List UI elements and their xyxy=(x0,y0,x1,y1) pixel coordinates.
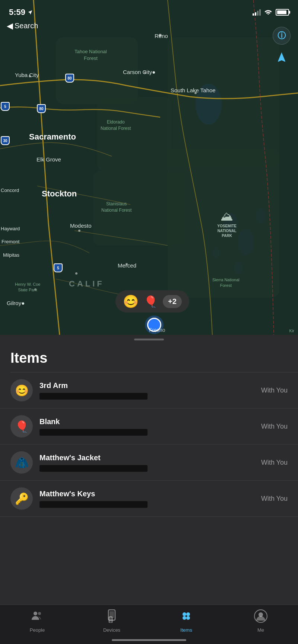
cluster-plus-count: +2 xyxy=(163,295,182,308)
item-subtitle-bar xyxy=(39,393,148,400)
item-content-blank: Blank xyxy=(39,417,254,436)
svg-point-20 xyxy=(34,288,37,291)
map-cluster-bubble[interactable]: 😊 🎈 +2 xyxy=(115,290,189,313)
item-name-keys: Matthew's Keys xyxy=(39,490,254,498)
drag-handle-bar xyxy=(134,339,164,340)
svg-point-18 xyxy=(78,230,80,232)
svg-rect-26 xyxy=(110,618,111,622)
tab-people-label: People xyxy=(30,627,45,633)
cluster-emoji-icon: 😊 xyxy=(123,294,139,309)
status-icons xyxy=(253,9,289,16)
cluster-balloon-icon: 🎈 xyxy=(144,295,158,308)
wifi-icon xyxy=(264,9,272,16)
item-subtitle-bar xyxy=(39,501,148,508)
balloon-icon: 🎈 xyxy=(15,420,29,433)
svg-point-14 xyxy=(144,71,146,74)
svg-point-19 xyxy=(126,263,128,265)
signal-icon xyxy=(253,9,261,16)
items-icon xyxy=(180,609,193,625)
svg-point-15 xyxy=(194,92,197,94)
interstate-5-shield-1: 5 xyxy=(0,101,10,112)
map-info-button[interactable]: ⓘ xyxy=(273,27,291,45)
svg-point-22 xyxy=(38,612,41,615)
map-location-button[interactable] xyxy=(273,48,291,66)
map-label-kir: Kir xyxy=(289,329,294,333)
interstate-80-shield-2: 80 xyxy=(36,103,47,114)
tab-people[interactable]: People xyxy=(0,609,74,633)
item-icon-jacket: 🧥 xyxy=(10,451,33,474)
interstate-80-shield-1: 80 xyxy=(64,73,75,83)
item-content-3rd-arm: 3rd Arm xyxy=(39,381,254,400)
location-arrow-icon xyxy=(276,51,288,63)
people-icon xyxy=(31,609,44,625)
svg-point-27 xyxy=(183,612,186,616)
tab-bar: People Devices Items xyxy=(0,605,298,644)
yosemite-marker: ⛰ YOSEMITENATIONALPARK xyxy=(217,209,237,238)
tab-items[interactable]: Items xyxy=(149,609,224,633)
svg-point-16 xyxy=(29,75,31,77)
item-icon-3rd-arm: 😊 xyxy=(10,379,33,401)
svg-point-17 xyxy=(75,272,77,275)
items-header: Items xyxy=(0,343,298,372)
svg-point-13 xyxy=(159,34,162,37)
svg-point-0 xyxy=(267,13,269,15)
interstate-30-shield: 30 xyxy=(0,135,10,146)
time-display: 5:59 xyxy=(9,7,25,17)
jacket-icon: 🧥 xyxy=(15,456,29,469)
home-indicator xyxy=(112,639,186,641)
svg-point-21 xyxy=(34,612,37,615)
back-button[interactable]: ◀ Search xyxy=(7,22,38,30)
devices-icon xyxy=(106,609,117,625)
item-subtitle-bar xyxy=(39,465,148,472)
map-label-fresno: Fresno xyxy=(149,327,165,333)
item-icon-keys: 🔑 xyxy=(10,487,33,510)
item-content-jacket: Matthew's Jacket xyxy=(39,454,254,472)
interstate-5-shield-2: 5 xyxy=(53,263,63,273)
status-bar: 5:59 xyxy=(0,0,298,20)
tab-me[interactable]: Me xyxy=(224,609,298,633)
item-row[interactable]: 😊 3rd Arm With You xyxy=(0,372,298,408)
item-status-blank: With You xyxy=(261,423,288,430)
status-time: 5:59 xyxy=(9,7,33,17)
svg-point-30 xyxy=(186,616,190,620)
map-view[interactable]: Reno Tahoe NationalForest Carson City● S… xyxy=(0,0,298,335)
tab-me-label: Me xyxy=(257,627,264,633)
item-name-jacket: Matthew's Jacket xyxy=(39,454,254,462)
item-row[interactable]: 🔑 Matthew's Keys With You xyxy=(0,481,298,517)
item-row[interactable]: 🎈 Blank With You xyxy=(0,408,298,445)
item-row[interactable]: 🧥 Matthew's Jacket With You xyxy=(0,445,298,481)
svg-rect-8 xyxy=(56,37,138,104)
item-status-3rd-arm: With You xyxy=(261,387,288,394)
location-arrow-icon xyxy=(28,10,33,15)
key-icon: 🔑 xyxy=(15,492,29,505)
smiley-icon: 😊 xyxy=(15,384,29,397)
back-label: Search xyxy=(15,22,38,30)
svg-point-29 xyxy=(183,616,186,620)
item-status-jacket: With You xyxy=(261,459,288,467)
svg-point-28 xyxy=(186,612,190,616)
svg-rect-12 xyxy=(168,37,279,167)
item-status-keys: With You xyxy=(261,495,288,503)
item-content-keys: Matthew's Keys xyxy=(39,490,254,508)
svg-rect-9 xyxy=(97,97,171,171)
tab-devices[interactable]: Devices xyxy=(74,609,149,633)
drag-handle[interactable] xyxy=(0,335,298,343)
item-name-3rd-arm: 3rd Arm xyxy=(39,381,254,390)
bottom-sheet: Items 😊 3rd Arm With You 🎈 Blank With Yo… xyxy=(0,343,298,640)
item-icon-blank: 🎈 xyxy=(10,415,33,438)
me-icon xyxy=(254,609,267,625)
map-background xyxy=(0,0,298,335)
items-title: Items xyxy=(10,350,288,366)
tab-items-label: Items xyxy=(180,627,192,633)
tab-devices-label: Devices xyxy=(103,627,120,633)
back-chevron-icon: ◀ xyxy=(7,22,13,30)
item-name-blank: Blank xyxy=(39,417,254,426)
battery-icon xyxy=(276,9,289,16)
item-subtitle-bar xyxy=(39,429,148,436)
